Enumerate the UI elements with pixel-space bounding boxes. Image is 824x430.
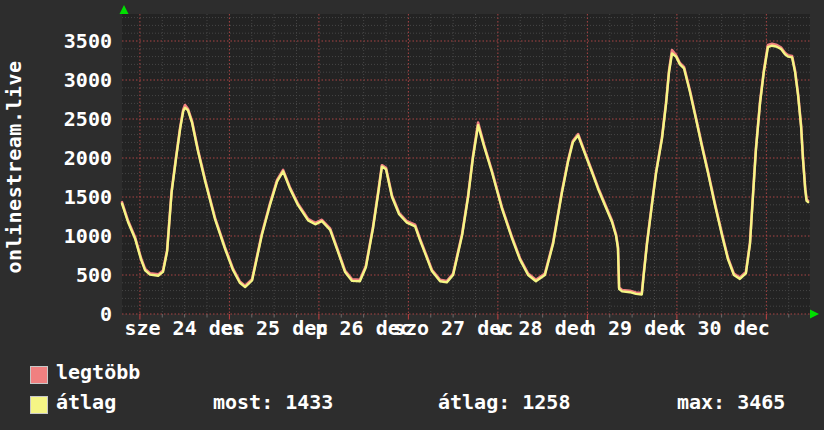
legend-label-max: legtöbb (56, 361, 140, 383)
legend-swatch-avg (30, 396, 48, 414)
legend-swatch-max (30, 366, 48, 384)
up-arrow-icon (120, 5, 129, 14)
y-axis-title: onlinestream.live (2, 60, 26, 273)
stat-most: most: 1433 (213, 391, 333, 413)
stat-atlag: átlag: 1258 (438, 391, 570, 413)
stat-max: max: 3465 (677, 391, 785, 413)
rrd-graph: onlinestream.live 0500100015002000250030… (0, 0, 824, 430)
legend-label-avg: átlag (56, 391, 116, 413)
right-arrow-icon (810, 310, 819, 319)
